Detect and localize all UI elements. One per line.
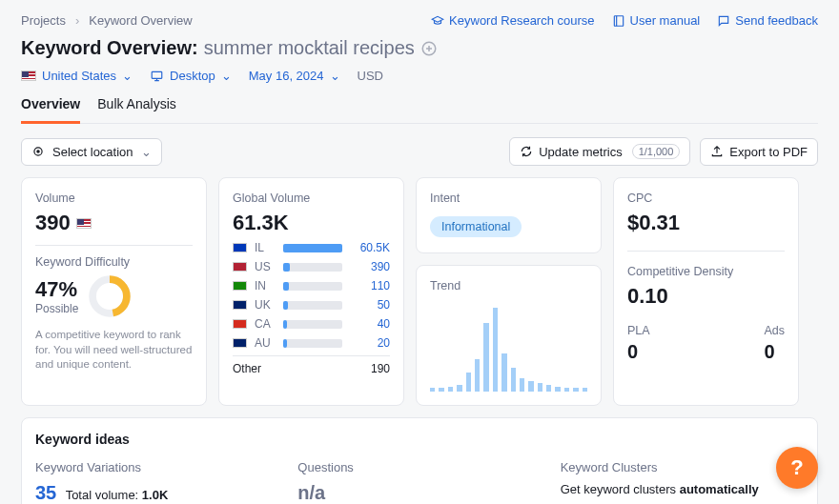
trend-bar <box>583 388 587 392</box>
trend-bar <box>483 323 488 392</box>
clusters-label: Keyword Clusters <box>561 460 804 474</box>
intent-chip[interactable]: Informational <box>430 216 522 237</box>
gv-row[interactable]: CA40 <box>233 317 390 331</box>
upload-icon <box>710 145 724 158</box>
add-keyword-button[interactable] <box>420 40 438 57</box>
filter-label: May 16, 2024 <box>249 69 324 83</box>
gv-bar <box>283 320 342 329</box>
trend-bar <box>457 385 461 392</box>
trend-bar <box>546 385 551 392</box>
chevron-down-icon: ⌄ <box>330 69 340 83</box>
gv-other-label: Other <box>233 362 261 375</box>
variations-label: Keyword Variations <box>35 460 278 474</box>
link-send-feedback[interactable]: Send feedback <box>717 13 818 28</box>
desktop-icon <box>150 70 164 83</box>
button-label: Select location <box>52 145 133 159</box>
page-title: Keyword Overview: <box>21 37 198 59</box>
gv-bar <box>283 339 342 348</box>
trend-chart <box>430 306 587 392</box>
filter-label: United States <box>42 69 116 83</box>
gv-value: 390 <box>350 260 390 273</box>
card-volume: Volume 390 Keyword Difficulty 47% Possib… <box>21 177 207 406</box>
trend-bar <box>466 373 471 392</box>
filter-date[interactable]: May 16, 2024 ⌄ <box>249 69 340 83</box>
chat-icon <box>717 14 730 28</box>
gv-row[interactable]: US390 <box>233 260 390 273</box>
gv-bar <box>283 263 342 272</box>
svg-point-4 <box>37 151 39 152</box>
ideas-clusters: Keyword Clusters Get keyword clusters au… <box>561 460 804 504</box>
link-research-course[interactable]: Keyword Research course <box>431 13 594 28</box>
tab-bulk-analysis[interactable]: Bulk Analysis <box>97 96 175 123</box>
link-user-manual[interactable]: User manual <box>612 13 701 28</box>
chevron-down-icon: ⌄ <box>122 69 133 83</box>
trend-bar <box>573 388 578 392</box>
flag-us-icon <box>21 71 36 81</box>
gv-row[interactable]: AU20 <box>233 336 390 350</box>
flag-icon <box>233 281 247 291</box>
breadcrumb-current: Keyword Overview <box>89 13 192 28</box>
update-counter: 1/1,000 <box>632 144 681 159</box>
trend-label: Trend <box>430 279 587 292</box>
ideas-title: Keyword ideas <box>35 432 804 447</box>
gv-bar <box>283 244 342 252</box>
trend-bar <box>430 388 435 392</box>
gv-country-code: IN <box>255 279 276 292</box>
flag-icon <box>233 243 247 252</box>
graduation-cap-icon <box>431 14 444 28</box>
tab-overview[interactable]: Overview <box>21 96 80 124</box>
trend-bar <box>501 353 506 392</box>
filter-country[interactable]: United States ⌄ <box>21 69 133 83</box>
gv-value: 60.5K <box>350 241 390 254</box>
gv-value: 50 <box>350 298 390 312</box>
trend-bar <box>511 368 516 392</box>
flag-icon <box>233 338 247 348</box>
gv-other-value: 190 <box>371 362 390 375</box>
select-location-button[interactable]: Select location ⌄ <box>21 138 162 166</box>
card-global-volume: Global Volume 61.3K IL60.5KUS390IN110UK5… <box>218 177 404 406</box>
trend-bar <box>520 378 524 392</box>
breadcrumb-root[interactable]: Projects <box>21 13 66 28</box>
gv-row[interactable]: IN110 <box>233 279 390 292</box>
gv-value: 110 <box>350 279 390 292</box>
card-cpc: CPC $0.31 Competitive Density 0.10 PLA 0… <box>613 177 799 406</box>
kd-percent: 47% <box>35 277 78 302</box>
breadcrumb: Projects › Keyword Overview <box>21 13 193 28</box>
trend-bar <box>528 381 533 392</box>
gv-row[interactable]: IL60.5K <box>233 241 390 254</box>
filter-device[interactable]: Desktop ⌄ <box>150 69 232 83</box>
button-label: Update metrics <box>539 145 622 159</box>
card-trend: Trend <box>416 265 602 406</box>
gv-country-code: AU <box>255 336 276 350</box>
ads-value: 0 <box>764 341 785 363</box>
link-label: Send feedback <box>735 13 818 28</box>
card-intent: Intent Informational <box>416 177 602 253</box>
chevron-right-icon: › <box>75 13 79 28</box>
link-label: User manual <box>630 13 701 28</box>
link-label: Keyword Research course <box>449 13 594 28</box>
global-volume-value: 61.3K <box>233 211 289 235</box>
help-fab-button[interactable]: ? <box>776 447 818 489</box>
trend-bar <box>475 359 480 392</box>
pla-label: PLA <box>627 324 650 337</box>
chevron-down-icon: ⌄ <box>221 69 232 83</box>
trend-bar <box>493 308 498 392</box>
clusters-text: Get keyword clusters <box>561 482 680 496</box>
cpc-label: CPC <box>627 192 785 205</box>
svg-rect-2 <box>152 71 162 78</box>
svg-rect-0 <box>614 15 623 26</box>
target-icon <box>31 145 45 158</box>
gv-row[interactable]: UK50 <box>233 298 390 312</box>
trend-bar <box>538 383 542 392</box>
filter-label: Desktop <box>170 69 215 83</box>
update-metrics-button[interactable]: Update metrics 1/1,000 <box>509 137 690 166</box>
trend-bar <box>564 388 569 393</box>
export-pdf-button[interactable]: Export to PDF <box>700 138 818 166</box>
gv-country-code: US <box>255 260 276 273</box>
questions-label: Questions <box>297 460 541 474</box>
card-keyword-ideas: Keyword ideas Keyword Variations 35 Tota… <box>21 417 818 504</box>
help-icon: ? <box>790 455 803 480</box>
variations-count[interactable]: 35 <box>35 482 56 504</box>
page-keyword: summer mocktail recipes <box>204 37 415 59</box>
trend-bar <box>448 387 453 392</box>
